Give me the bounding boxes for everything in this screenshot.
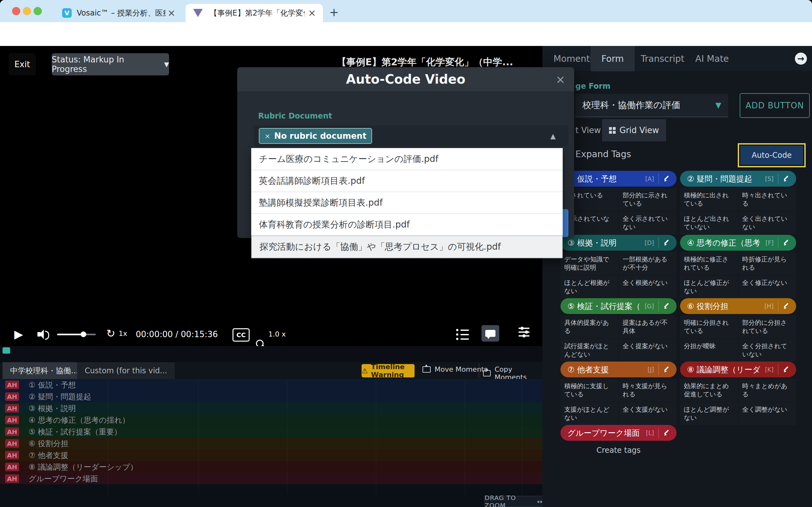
new-tab-button[interactable]: + — [329, 6, 339, 19]
rubric-option[interactable]: 探究活動における「協働」や「思考プロセス」の可視化.pdf — [251, 235, 563, 258]
maximize-window-button[interactable] — [34, 7, 42, 15]
tag-card-header[interactable]: ⑤ 検証・試行提案（...[G] — [560, 298, 676, 314]
timeline-row[interactable]: AH② 疑問・問題提起 — [0, 391, 542, 403]
rating-cell-button[interactable]: データや知識で明確に説明 — [560, 252, 618, 275]
edit-pencil-icon[interactable] — [659, 425, 676, 441]
remove-chip-icon[interactable]: × — [264, 132, 270, 140]
tag-card-header[interactable]: ① 仮説・予想[A] — [560, 171, 676, 187]
rating-cell-button[interactable]: 積極的に出されている — [680, 188, 738, 211]
edit-pencil-icon[interactable] — [659, 171, 676, 187]
closed-captions-button[interactable]: CC — [233, 328, 250, 342]
edit-pencil-icon[interactable] — [659, 361, 676, 377]
create-tags-button[interactable]: Create tags — [568, 443, 669, 458]
timeline-row[interactable]: AH① 仮説・予想 — [0, 379, 542, 391]
rating-cell-button[interactable]: 全く根拠がない — [619, 275, 676, 298]
grid-view-tab[interactable]: Grid View — [602, 119, 666, 141]
rubric-option[interactable]: 体育科教育の授業分析の診断項目.pdf — [251, 214, 563, 235]
volume-slider[interactable] — [57, 334, 83, 335]
timeline-warning-button[interactable]: ⚠ Timeline Warning — [362, 364, 415, 377]
rating-cell-button[interactable]: 時々出されている — [739, 188, 796, 211]
tag-card-header[interactable]: ⑦ 他者支援[J] — [560, 361, 676, 377]
edit-pencil-icon[interactable] — [659, 298, 676, 314]
moments-list-icon[interactable] — [456, 329, 469, 340]
rating-cell-button[interactable]: 積極的に支援している — [560, 379, 618, 401]
timeline-row[interactable]: AH⑦ 他者支援 — [0, 449, 542, 461]
rating-cell-button[interactable]: 具体的提案がある — [560, 315, 618, 338]
modal-close-icon[interactable]: × — [556, 73, 565, 86]
tag-card-header[interactable]: ② 疑問・問題提起[S] — [680, 171, 796, 187]
rating-cell-button[interactable]: 時々支援が見られる — [619, 379, 676, 401]
form-select[interactable]: 校理科・協働作業の評価 ▼ — [575, 94, 728, 117]
tag-card-header[interactable]: ③ 根拠・説明[D] — [560, 235, 676, 250]
volume-icon[interactable] — [38, 329, 50, 340]
rubric-option[interactable]: チーム医療のコミュニケーションの評価.pdf — [251, 148, 563, 170]
playhead-handle[interactable] — [3, 347, 10, 354]
rating-cell-button[interactable]: 全く支援がない — [619, 402, 676, 425]
list-view-tab[interactable]: t View — [575, 119, 601, 141]
rating-cell-button[interactable]: ほとんど調整がない — [680, 402, 738, 425]
rating-cell-button[interactable]: 全く提案がない — [619, 339, 676, 361]
tag-card-header[interactable]: ⑧ 議論調整（リーダ...[K] — [680, 361, 796, 377]
collapse-panel-arrow-icon[interactable]: → — [795, 53, 807, 65]
rating-cell-button[interactable]: 明確に分担されている — [680, 315, 738, 338]
selected-rubric-chip[interactable]: × No rubric document — [259, 128, 372, 144]
rating-cell-button[interactable]: 全く修正がない — [739, 275, 796, 298]
rating-cell-button[interactable]: 全く出されていない — [739, 211, 796, 234]
tag-card-header[interactable]: ⑥ 役割分担[H] — [680, 298, 796, 314]
edit-pencil-icon[interactable] — [659, 235, 676, 250]
rating-cell-button[interactable]: 効果的にまとめ促進している — [680, 379, 738, 401]
timeline-row[interactable]: AH⑤ 検証・試行提案（重要） — [0, 426, 542, 438]
edit-pencil-icon[interactable] — [778, 171, 796, 187]
rating-cell-button[interactable]: 支援がほとんどない — [560, 402, 618, 425]
timeline-tab-form[interactable]: 中学校理科・協働... — [3, 362, 86, 379]
playback-speed-label[interactable]: 1x — [119, 330, 127, 337]
close-tab-icon[interactable]: × — [167, 8, 175, 18]
timeline-tab-custom[interactable]: Custom (for this vid... — [77, 362, 175, 379]
rubric-select[interactable]: × No rubric document ▲ — [254, 125, 568, 147]
browser-tab-current[interactable]: 【事例E】第2学年「化学変化」 × — [186, 4, 323, 22]
rating-cell-button[interactable]: 全く示されていない — [619, 211, 676, 234]
drag-to-zoom-badge[interactable]: DRAG TO ZOOM ↔ — [484, 496, 543, 507]
rating-cell-button[interactable]: 分担が曖昧 — [680, 339, 738, 361]
rating-cell-button[interactable]: ほとんど修正がない — [680, 275, 738, 298]
timeline-row[interactable]: AH⑥ 役割分担 — [0, 438, 542, 450]
close-tab-icon[interactable]: × — [308, 8, 316, 18]
rating-cell-button[interactable]: ほとんど出されていない — [680, 211, 738, 234]
timeline-row[interactable]: AH⑧ 議論調整（リーダーシップ） — [0, 461, 542, 473]
rating-cell-button[interactable]: ほとんど根拠がない — [560, 275, 618, 298]
timeline-row[interactable]: AH③ 根拠・説明 — [0, 402, 542, 414]
rating-cell-button[interactable]: 一部根拠があるが不十分 — [619, 252, 676, 275]
timeline-row[interactable]: AH④ 思考の修正（思考の揺れ） — [0, 414, 542, 426]
tag-card-header[interactable]: ④ 思考の修正（思考...[F] — [680, 235, 796, 250]
status-dropdown[interactable]: Status: Markup In Progress ▼ — [52, 53, 169, 75]
rubric-option[interactable]: 英会話講師診断項目表.pdf — [251, 170, 563, 192]
tag-pill-groupwork[interactable]: グループワーク場面 [L] — [560, 425, 676, 441]
minimize-window-button[interactable] — [23, 7, 31, 15]
play-icon[interactable]: ▶ — [14, 328, 23, 341]
rating-cell-button[interactable]: 部分的に分担されている — [739, 315, 796, 338]
replay-speed-icon[interactable]: ↻ — [106, 327, 115, 340]
auto-code-button[interactable]: Auto-Code — [740, 146, 803, 165]
timeline-scrub-strip[interactable] — [0, 346, 542, 362]
tab-transcript[interactable]: Transcript — [641, 46, 684, 71]
close-window-button[interactable] — [12, 7, 20, 15]
rating-cell-button[interactable]: 全く調整がない — [739, 402, 796, 425]
rating-cell-button[interactable]: 積極的に修正されている — [680, 252, 738, 275]
rating-cell-button[interactable]: 試行提案がほとんどない — [560, 339, 618, 361]
volume-knob[interactable] — [81, 331, 86, 337]
exit-button[interactable]: Exit — [9, 53, 36, 75]
tab-form[interactable]: Form — [591, 46, 635, 71]
add-button[interactable]: ADD BUTTON — [740, 93, 810, 118]
rating-cell-button[interactable]: 全く分担されていない — [739, 339, 796, 361]
timeline-row[interactable]: AHグループワーク場面 — [0, 473, 542, 485]
edit-pencil-icon[interactable] — [778, 298, 796, 314]
rating-cell-button[interactable]: 提案はあるが不具体 — [619, 315, 676, 338]
move-moments-button[interactable]: Move Moments — [422, 365, 488, 373]
rating-cell-button[interactable]: 時々まとめがある — [739, 379, 796, 401]
tab-ai-mate[interactable]: AI Mate — [695, 46, 729, 71]
edit-pencil-icon[interactable] — [778, 361, 796, 377]
expand-tags-label[interactable]: Expand Tags — [575, 149, 631, 159]
browser-tab-vosaic-home[interactable]: V Vosaic™ – 授業分析、医療教育、 × — [56, 4, 183, 22]
rubric-option[interactable]: 塾講師模擬授業診断項目表.pdf — [251, 192, 563, 214]
edit-pencil-icon[interactable] — [778, 235, 796, 250]
